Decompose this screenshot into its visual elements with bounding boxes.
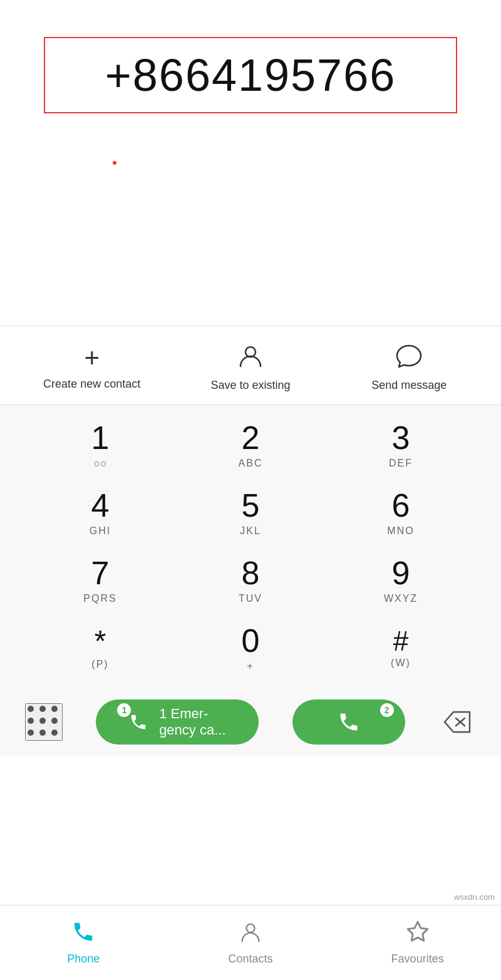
dialpad-row-2: 4 GHI 5 JKL 6 MNO (0, 479, 501, 547)
key-5-letters: JKL (240, 525, 261, 538)
key-hash-letters: (W) (391, 658, 411, 670)
key-9-number: 9 (392, 555, 410, 591)
key-2[interactable]: 2 ABC (194, 414, 307, 477)
key-star-letters: (P) (91, 659, 108, 671)
emergency-call-label: 1 Emer- gency ca... (159, 706, 225, 739)
call-badge: 2 (380, 703, 394, 717)
key-3-number: 3 (392, 420, 410, 456)
plus-icon: + (84, 345, 100, 371)
call-button[interactable]: 2 (292, 699, 405, 745)
emergency-call-button[interactable]: 1 1 Emer- gency ca... (96, 699, 259, 745)
key-0[interactable]: 0 + (194, 617, 307, 679)
dialpad: 1 ○○ 2 ABC 3 DEF 4 GHI 5 JKL 6 MNO 7 PQR… (0, 405, 501, 688)
dot-area (0, 144, 501, 182)
key-6-number: 6 (392, 488, 410, 524)
watermark: wsxdn.com (454, 892, 495, 902)
key-3-letters: DEF (389, 458, 413, 470)
favourites-nav-icon (406, 920, 430, 947)
red-dot (113, 161, 116, 165)
key-2-number: 2 (242, 420, 260, 456)
key-1-number: 1 (91, 420, 110, 456)
key-hash[interactable]: # (W) (344, 617, 457, 679)
nav-phone-label: Phone (67, 952, 100, 966)
send-message-label: Send message (371, 379, 447, 392)
dialpad-toggle-button[interactable] (25, 703, 63, 741)
key-4-number: 4 (91, 488, 110, 524)
phone-number-box: +8664195766 (44, 37, 457, 113)
backspace-button[interactable] (438, 703, 476, 741)
bottom-action-bar: 1 1 Emer- gency ca... 2 (0, 688, 501, 756)
person-icon (238, 344, 263, 373)
chat-icon (395, 344, 423, 373)
key-1-letters: ○○ (93, 457, 107, 470)
key-1[interactable]: 1 ○○ (44, 414, 157, 477)
phone-display-area: +8664195766 (0, 0, 501, 144)
save-to-existing-label: Save to existing (210, 379, 290, 392)
nav-contacts-label: Contacts (228, 952, 272, 966)
backspace-icon (443, 711, 471, 733)
nav-item-contacts[interactable]: Contacts (188, 920, 313, 966)
key-9-letters: WXYZ (384, 593, 418, 606)
key-hash-number: # (393, 626, 408, 656)
phone-nav-icon (71, 920, 95, 947)
send-message-button[interactable]: Send message (346, 344, 472, 392)
dialpad-row-4: * (P) 0 + # (W) (0, 614, 501, 682)
svg-point-0 (245, 347, 256, 357)
save-to-existing-button[interactable]: Save to existing (188, 344, 313, 392)
dialpad-row-1: 1 ○○ 2 ABC 3 DEF (0, 411, 501, 479)
contacts-nav-icon (239, 920, 262, 947)
key-star[interactable]: * (P) (44, 617, 157, 679)
phone-number-text: +8664195766 (105, 50, 396, 100)
bottom-nav: Phone Contacts Favourites (0, 905, 501, 980)
key-6[interactable]: 6 MNO (344, 482, 457, 544)
key-7-letters: PQRS (83, 593, 116, 606)
nav-item-phone[interactable]: Phone (21, 920, 146, 966)
key-4-letters: GHI (90, 525, 111, 538)
grid-icon (28, 706, 60, 738)
key-0-letters: + (247, 661, 254, 673)
key-8-number: 8 (242, 555, 260, 591)
key-5-number: 5 (242, 488, 260, 524)
key-6-letters: MNO (387, 525, 414, 538)
svg-point-3 (246, 924, 254, 932)
nav-item-favourites[interactable]: Favourites (355, 920, 480, 966)
action-row: + Create new contact Save to existing Se… (0, 326, 501, 405)
key-3[interactable]: 3 DEF (344, 414, 457, 477)
create-new-contact-button[interactable]: + Create new contact (29, 345, 155, 391)
key-7[interactable]: 7 PQRS (44, 549, 157, 612)
key-8[interactable]: 8 TUV (194, 549, 307, 612)
key-star-number: * (95, 625, 106, 658)
key-7-number: 7 (91, 555, 110, 591)
create-new-contact-label: Create new contact (43, 378, 140, 391)
nav-favourites-label: Favourites (391, 952, 444, 966)
key-2-letters: ABC (239, 458, 263, 470)
key-0-number: 0 (242, 623, 260, 659)
key-8-letters: TUV (239, 593, 262, 606)
empty-space (0, 182, 501, 326)
key-4[interactable]: 4 GHI (44, 482, 157, 544)
key-9[interactable]: 9 WXYZ (344, 549, 457, 612)
dialpad-row-3: 7 PQRS 8 TUV 9 WXYZ (0, 547, 501, 614)
key-5[interactable]: 5 JKL (194, 482, 307, 544)
